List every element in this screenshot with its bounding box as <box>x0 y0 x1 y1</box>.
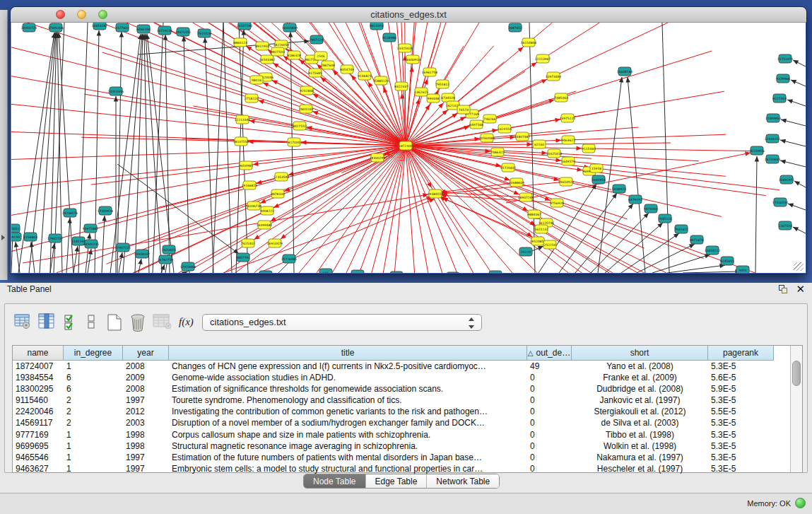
graph-node[interactable]: 9245652 <box>720 257 734 265</box>
graph-node[interactable]: 7857224 <box>310 35 324 44</box>
table-vertical-scrollbar[interactable] <box>790 346 802 472</box>
graph-node[interactable]: 14671355 <box>175 28 192 36</box>
graph-node[interactable]: 9498222 <box>260 206 274 215</box>
graph-edge[interactable] <box>662 23 669 273</box>
graph-edge[interactable] <box>66 218 70 273</box>
graph-node[interactable]: 15751074 <box>777 54 794 63</box>
graph-node[interactable]: 62160 <box>533 140 546 148</box>
graph-node[interactable]: 18907249 <box>518 193 534 201</box>
graph-node[interactable]: 12353594 <box>273 173 290 181</box>
network-canvas[interactable]: 8860123891295418226058982750316543382818… <box>11 23 806 273</box>
graph-node[interactable]: 16648784 <box>617 67 633 76</box>
close-panel-icon[interactable]: ✕ <box>796 283 805 296</box>
citation-network-graph[interactable]: 8860123891295418226058982750316543382818… <box>11 23 806 273</box>
graph-edge[interactable] <box>102 216 105 273</box>
graph-node[interactable]: 7486322 <box>490 148 505 156</box>
graph-node[interactable]: 98016 <box>250 76 263 84</box>
column-header-out_de[interactable]: △out_de… <box>527 346 572 361</box>
graph-node[interactable]: 9218986 <box>382 33 396 42</box>
graph-node[interactable]: 13975115 <box>560 114 576 122</box>
graph-node[interactable]: 1872400 <box>399 141 413 150</box>
graph-node[interactable]: 9115460 <box>582 144 596 153</box>
graph-node[interactable]: 168 <box>489 271 502 273</box>
graph-node[interactable]: 1615132 <box>534 225 548 233</box>
graph-node[interactable]: 1546 <box>314 52 327 60</box>
graph-node[interactable]: 9242848 <box>300 86 314 95</box>
graph-edge[interactable] <box>153 23 163 273</box>
table-row[interactable]: 977716911998Corpus callosum shape and si… <box>13 429 790 440</box>
graph-node[interactable]: 10719135 <box>157 26 173 35</box>
graph-node[interactable]: 7932621 <box>674 225 688 233</box>
graph-node[interactable]: 39159 <box>11 233 21 241</box>
graph-node[interactable]: 7485063 <box>554 93 568 102</box>
graph-node[interactable]: 1527602 <box>115 23 129 32</box>
unselect-rows-icon[interactable] <box>86 313 104 332</box>
column-header-short[interactable]: short <box>572 346 708 361</box>
graph-node[interactable]: 9329966 <box>776 74 790 83</box>
graph-edge[interactable] <box>652 255 710 273</box>
scrollbar-thumb[interactable] <box>792 361 801 386</box>
graph-edge[interactable] <box>147 34 174 273</box>
graph-node[interactable]: 7955812 <box>435 80 449 88</box>
graph-node[interactable]: 8816 <box>351 270 364 273</box>
graph-node[interactable]: 9227343 <box>772 94 787 103</box>
delete-table-disabled-icon[interactable] <box>152 313 170 332</box>
table-selector-combobox[interactable]: citations_edges.txt <box>202 314 482 331</box>
select-all-checkboxes-icon[interactable] <box>63 313 81 332</box>
graph-node[interactable]: 13505135 <box>83 240 100 248</box>
graph-edge[interactable] <box>11 146 406 159</box>
graph-node[interactable]: 1362615 <box>414 88 428 96</box>
graph-node[interactable]: 17016504 <box>772 198 789 206</box>
column-header-pagerank[interactable]: pagerank <box>708 346 774 361</box>
graph-node[interactable]: 15716485 <box>281 255 298 263</box>
table-row[interactable]: 946554611997Estimation of the future num… <box>13 452 790 463</box>
graph-node[interactable]: 6497568 <box>469 120 483 129</box>
table-row[interactable]: 969969511998Structural magnetic resonanc… <box>13 440 790 452</box>
graph-node[interactable]: 16046738 <box>246 201 262 210</box>
graph-node[interactable]: 2450 <box>447 272 459 273</box>
graph-node[interactable]: 18300295 <box>370 153 386 162</box>
graph-edge[interactable] <box>605 223 663 273</box>
graph-node[interactable]: 9827503 <box>271 47 285 56</box>
graph-node[interactable]: 15958107 <box>134 250 151 258</box>
graph-node[interactable]: 2687652 <box>508 23 522 32</box>
graph-edge[interactable] <box>78 23 88 273</box>
graph-node[interactable]: 2867608 <box>321 61 335 69</box>
graph-edge[interactable] <box>184 36 189 273</box>
graph-node[interactable]: 8454749 <box>340 65 354 74</box>
graph-node[interactable]: 9450 <box>736 266 749 273</box>
graph-node[interactable]: 12213349 <box>235 115 251 124</box>
graph-node[interactable]: 2935114 <box>658 214 672 223</box>
graph-node[interactable]: 252254 <box>543 240 556 249</box>
graph-node[interactable]: 20337190 <box>237 23 253 30</box>
graph-node[interactable]: 817004 <box>288 138 300 146</box>
tab-edge-table[interactable]: Edge Table <box>366 474 428 488</box>
float-panel-icon[interactable] <box>779 285 788 293</box>
graph-node[interactable]: 746266 <box>483 115 496 123</box>
graph-edge[interactable] <box>11 146 406 187</box>
table-row[interactable]: 1938455462009Genome-wide association stu… <box>13 372 790 383</box>
graph-edge[interactable] <box>755 156 757 273</box>
table-row[interactable]: 1830029562008Estimation of significance … <box>13 383 790 395</box>
graph-node[interactable]: 17957225 <box>115 243 131 252</box>
graph-node[interactable]: 8427552 <box>293 122 307 130</box>
graph-edge[interactable] <box>406 146 537 273</box>
graph-node[interactable]: 2718120 <box>245 94 259 103</box>
graph-node[interactable]: 261 <box>259 271 272 273</box>
graph-node[interactable]: 16099484 <box>257 221 273 229</box>
graph-edge[interactable] <box>406 146 755 273</box>
table-row[interactable]: 2242004622012Investigating the contribut… <box>13 406 790 417</box>
graph-node[interactable]: 19654923 <box>558 177 575 186</box>
graph-node[interactable]: 19166823 <box>242 181 258 189</box>
graph-node[interactable]: 9857791 <box>236 253 250 262</box>
graph-node[interactable]: 24055724 <box>21 23 37 32</box>
tab-node-table[interactable]: Node Table <box>304 474 366 488</box>
graph-node[interactable]: 17359928 <box>98 206 114 215</box>
graph-node[interactable]: 15958 <box>590 164 603 173</box>
graph-node[interactable]: 6734028 <box>441 93 455 102</box>
graph-node[interactable]: 845051 <box>11 224 20 233</box>
graph-node[interactable]: 8186328 <box>287 51 301 59</box>
graph-node[interactable]: 6479197 <box>628 195 642 204</box>
network-window[interactable]: citations_edges.txt 88601238912954182260… <box>11 7 806 274</box>
graph-node[interactable]: 8878334 <box>271 189 285 198</box>
